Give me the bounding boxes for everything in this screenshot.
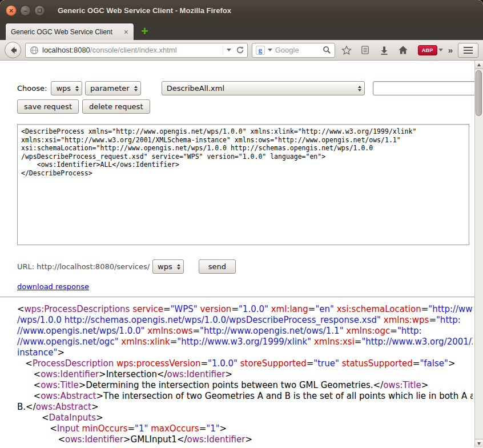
bookmark-star-button[interactable] xyxy=(339,43,354,58)
service-select-value: wps xyxy=(56,84,71,93)
service-url-label: URL: http://localhost:8080/services/ xyxy=(17,262,150,271)
new-tab-button[interactable]: + xyxy=(141,25,148,38)
bookmarks-list-icon xyxy=(360,45,370,55)
send-button[interactable]: send xyxy=(199,259,236,274)
tab-close-icon[interactable]: × xyxy=(119,27,128,37)
type-select-value: parameter xyxy=(90,84,130,93)
titlebar: × – Generic OGC Web Service Client - Moz… xyxy=(0,0,483,21)
choose-label: Choose: xyxy=(17,84,47,93)
request-file-select-value: DescribeAll.xml xyxy=(167,84,353,93)
back-arrow-icon xyxy=(9,46,18,55)
home-button[interactable] xyxy=(396,43,410,58)
url-service-select-value: wps xyxy=(158,262,172,271)
google-favicon: g xyxy=(256,46,265,55)
menu-button[interactable] xyxy=(458,43,478,58)
url-text: localhost:8080/console/client/index.xhtm… xyxy=(42,46,223,54)
adblock-dropdown-icon[interactable] xyxy=(438,49,443,51)
bookmarks-menu-button[interactable] xyxy=(358,43,373,58)
response-xml: <wps:ProcessDescriptions service="WPS" v… xyxy=(17,304,473,445)
adblock-plus-area: ABP xyxy=(418,45,443,55)
request-buttons-row: save request delete request xyxy=(17,99,483,114)
scroll-down-button[interactable] xyxy=(475,439,483,447)
globe-icon xyxy=(30,46,39,55)
request-chooser-row: Choose: wps parameter DescribeAll.xml xyxy=(17,81,483,95)
downloads-button[interactable] xyxy=(377,43,392,58)
back-button[interactable] xyxy=(5,42,21,58)
select-spinner-icon xyxy=(358,86,361,91)
search-engine-dropdown-icon[interactable] xyxy=(268,49,272,51)
download-arrow-icon xyxy=(380,46,389,55)
request-xml-textarea[interactable]: <DescribeProcess xmlns="http://www.openg… xyxy=(17,124,469,245)
reload-icon[interactable] xyxy=(236,46,244,54)
hamburger-icon xyxy=(464,47,473,54)
toolbar-overflow-button[interactable]: » xyxy=(447,45,454,55)
type-select[interactable]: parameter xyxy=(85,81,141,95)
vertical-scrollbar[interactable] xyxy=(474,61,483,447)
url-bar[interactable]: localhost:8080/console/client/index.xhtm… xyxy=(25,43,248,58)
search-placeholder: Google xyxy=(275,46,320,54)
browser-window: × – Generic OGC Web Service Client - Moz… xyxy=(0,0,483,448)
page-content: Choose: wps parameter DescribeAll.xml sa… xyxy=(0,61,483,447)
url-dropdown-icon[interactable] xyxy=(227,49,231,51)
url-path: /console/client/index.xhtml xyxy=(90,46,177,54)
urlbar-controls xyxy=(223,46,244,54)
search-bar[interactable]: g Google xyxy=(252,43,335,58)
adblock-plus-button[interactable]: ABP xyxy=(418,45,437,55)
window-maximize-button[interactable] xyxy=(34,5,45,16)
star-icon xyxy=(341,45,352,55)
url-service-select[interactable]: wps xyxy=(152,259,184,274)
delete-request-button[interactable]: delete request xyxy=(82,99,150,114)
plus-icon: + xyxy=(141,24,148,38)
minimize-icon: – xyxy=(23,7,27,14)
request-file-select[interactable]: DescribeAll.xml xyxy=(162,81,365,95)
maximize-icon xyxy=(38,9,42,13)
response-divider xyxy=(0,297,483,298)
window-title: Generic OGC Web Service Client - Mozilla… xyxy=(58,6,231,15)
download-response-link[interactable]: download response xyxy=(17,282,89,291)
google-letter: g xyxy=(259,46,263,55)
tab-generic-ogc-client[interactable]: Generic OGC Web Service Client × xyxy=(5,23,134,40)
scroll-up-button[interactable] xyxy=(475,61,483,69)
service-select[interactable]: wps xyxy=(51,81,82,95)
home-icon xyxy=(398,45,408,55)
save-request-button[interactable]: save request xyxy=(17,99,79,114)
search-icon[interactable] xyxy=(323,46,331,54)
scroll-down-icon xyxy=(477,442,481,445)
window-minimize-button[interactable]: – xyxy=(20,5,31,16)
navigation-toolbar: localhost:8080/console/client/index.xhtm… xyxy=(0,40,483,61)
window-close-button[interactable]: × xyxy=(6,5,17,16)
request-name-input[interactable] xyxy=(373,81,483,95)
close-icon: × xyxy=(9,7,14,14)
send-request-row: URL: http://localhost:8080/services/ wps… xyxy=(17,259,483,274)
scrollbar-thumb[interactable] xyxy=(476,70,482,116)
select-spinner-icon xyxy=(75,86,79,91)
tab-bar: Generic OGC Web Service Client × + xyxy=(0,21,483,40)
select-spinner-icon xyxy=(134,86,138,91)
select-spinner-icon xyxy=(177,264,180,270)
url-host: localhost:8080 xyxy=(42,46,90,54)
scroll-up-icon xyxy=(477,63,481,66)
tab-title: Generic OGC Web Service Client xyxy=(11,28,119,36)
